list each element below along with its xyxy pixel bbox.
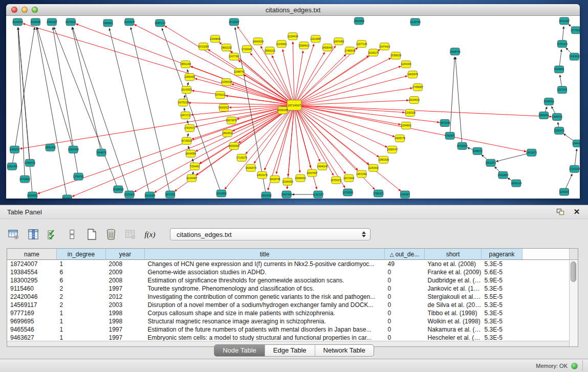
- network-node[interactable]: 20673874: [226, 117, 237, 124]
- network-node[interactable]: 11154343: [401, 61, 411, 68]
- network-node[interactable]: 10974493: [333, 38, 344, 45]
- network-node[interactable]: 11254439: [288, 33, 298, 40]
- network-node[interactable]: 15184254: [282, 178, 293, 185]
- network-edge[interactable]: [455, 57, 462, 146]
- network-node[interactable]: 10647009: [68, 146, 79, 153]
- network-node[interactable]: 11253432: [368, 164, 379, 171]
- network-node[interactable]: 17135278: [236, 154, 248, 161]
- network-edge[interactable]: [294, 50, 380, 105]
- column-header-title[interactable]: title: [145, 249, 385, 260]
- network-node[interactable]: 18602152: [221, 44, 232, 51]
- network-canvas[interactable]: 1872400715723059125496401860215212477391…: [6, 16, 580, 199]
- network-node[interactable]: 16959747: [387, 146, 398, 153]
- network-node[interactable]: 12213987: [310, 35, 321, 42]
- column-header-pagerank[interactable]: pagerank: [482, 249, 522, 260]
- network-node[interactable]: 15659831: [538, 112, 550, 119]
- network-node[interactable]: 12660725: [25, 159, 36, 166]
- network-edge[interactable]: [261, 46, 294, 105]
- close-panel-icon[interactable]: ✕: [572, 207, 582, 217]
- network-node[interactable]: 11431357: [313, 191, 323, 198]
- network-edge[interactable]: [294, 52, 324, 105]
- network-node[interactable]: 16337697: [307, 169, 318, 177]
- network-node[interactable]: 12684701: [552, 113, 563, 120]
- network-edge[interactable]: [294, 54, 346, 105]
- network-node[interactable]: 15356229: [390, 52, 402, 59]
- network-node[interactable]: 7254462: [190, 163, 200, 170]
- network-node[interactable]: 12477391: [229, 53, 240, 60]
- network-edge[interactable]: [294, 51, 303, 105]
- network-edge[interactable]: [195, 79, 294, 105]
- table-row[interactable]: 969969511998Structural magnetic resonanc…: [7, 317, 573, 325]
- network-edge[interactable]: [130, 28, 170, 194]
- tab-node-table[interactable]: Node Table: [214, 345, 265, 356]
- network-node[interactable]: 15270021: [66, 18, 77, 26]
- network-edge[interactable]: [450, 57, 454, 136]
- network-node[interactable]: 17220240: [242, 46, 253, 53]
- table-row[interactable]: 1456911722003Disruption of a novel membe…: [7, 301, 573, 309]
- network-node[interactable]: 16092128: [511, 180, 522, 187]
- network-node[interactable]: 20163554: [12, 18, 24, 26]
- network-node[interactable]: 16879198: [440, 119, 451, 126]
- delete-column-button[interactable]: [104, 228, 118, 241]
- table-row[interactable]: 1830029562008Estimation of significance …: [7, 276, 573, 285]
- network-node[interactable]: 9972352: [165, 191, 175, 198]
- network-node[interactable]: 19086053: [295, 174, 306, 182]
- network-node[interactable]: 10590051: [27, 192, 38, 199]
- network-node[interactable]: 9227343: [557, 86, 567, 94]
- select-all-columns-button[interactable]: [46, 228, 59, 241]
- network-node[interactable]: 17210143: [569, 165, 580, 172]
- network-node[interactable]: 14523178: [257, 171, 268, 179]
- network-node[interactable]: 14595778: [395, 135, 406, 142]
- network-node[interactable]: 12977139: [356, 40, 367, 48]
- network-edge[interactable]: [287, 105, 294, 189]
- table-row[interactable]: 977716911998Corpus callosum shape and si…: [7, 309, 573, 317]
- network-node[interactable]: 9245354: [559, 188, 569, 195]
- network-node[interactable]: 18302027: [219, 104, 230, 112]
- network-node[interactable]: 18344559: [185, 150, 197, 157]
- network-node[interactable]: 10891636: [378, 156, 389, 163]
- network-node[interactable]: 14830976: [407, 71, 419, 78]
- network-node[interactable]: 9152594: [31, 18, 40, 26]
- network-node[interactable]: 16319992: [216, 190, 227, 197]
- network-node[interactable]: 16648784: [450, 48, 461, 55]
- network-node[interactable]: 12671711: [180, 112, 191, 119]
- network-edge[interactable]: [73, 27, 129, 194]
- network-node[interactable]: 14732602: [19, 176, 31, 183]
- network-edge[interactable]: [294, 76, 407, 105]
- column-header-short[interactable]: short: [425, 249, 482, 260]
- network-node[interactable]: 9186072: [473, 147, 483, 155]
- network-node[interactable]: 12754702: [73, 173, 84, 180]
- delete-table-button[interactable]: [124, 228, 137, 241]
- network-node[interactable]: 12088740: [234, 69, 245, 76]
- network-node[interactable]: 14646143: [317, 163, 328, 170]
- network-node[interactable]: 12239461: [276, 40, 287, 48]
- network-node[interactable]: 9329966: [554, 66, 564, 73]
- network-node[interactable]: 9245457: [400, 191, 410, 198]
- network-edge[interactable]: [18, 28, 25, 179]
- tab-edge-table[interactable]: Edge Table: [265, 345, 315, 356]
- network-node[interactable]: 12202090: [124, 191, 135, 198]
- network-node[interactable]: 16823904: [354, 17, 365, 25]
- network-node[interactable]: 18300295: [277, 107, 288, 114]
- network-node[interactable]: 10719365: [342, 189, 354, 196]
- network-node[interactable]: 16194467: [186, 174, 198, 182]
- network-node[interactable]: 16164612: [409, 97, 420, 104]
- table-selector-dropdown[interactable]: citations_edges.txt: [170, 228, 371, 240]
- network-edge[interactable]: [254, 105, 294, 164]
- table-row[interactable]: 1938455462009Genome-wide association stu…: [7, 268, 573, 276]
- network-edge[interactable]: [250, 53, 294, 105]
- float-panel-icon[interactable]: [555, 207, 565, 217]
- network-edge[interactable]: [110, 29, 150, 195]
- network-node[interactable]: 17837671: [184, 124, 195, 132]
- unselect-all-columns-button[interactable]: [66, 228, 79, 241]
- network-node[interactable]: 16511871: [485, 159, 496, 166]
- network-node[interactable]: 14572461: [356, 170, 367, 178]
- window-zoom-button[interactable]: [32, 7, 38, 13]
- network-hub-node[interactable]: 18724007: [287, 100, 301, 111]
- column-header-name[interactable]: name: [7, 249, 57, 260]
- window-minimize-button[interactable]: [21, 7, 28, 13]
- network-node[interactable]: 10553287: [47, 18, 58, 26]
- network-node[interactable]: 12444158: [572, 140, 580, 147]
- network-node[interactable]: 18135764: [410, 18, 421, 26]
- network-edge[interactable]: [232, 84, 294, 105]
